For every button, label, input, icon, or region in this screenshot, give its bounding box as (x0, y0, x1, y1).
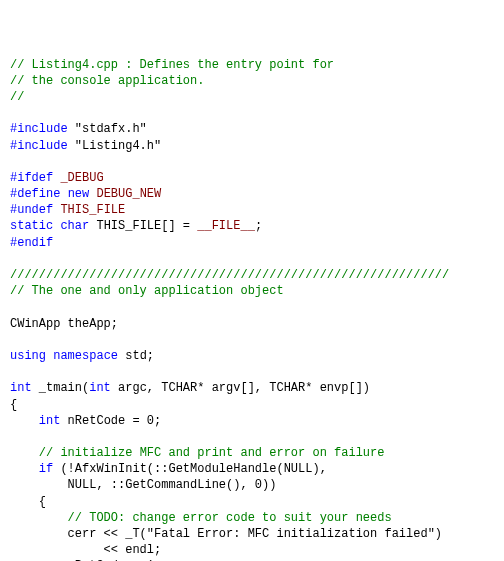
code-token: std; (118, 349, 154, 363)
code-token: char (60, 219, 89, 233)
code-token: DEBUG_NEW (96, 187, 161, 201)
code-line: // Listing4.cpp : Defines the entry poin… (10, 57, 494, 73)
code-line: int nRetCode = 0; (10, 413, 494, 429)
code-token: CWinApp theApp; (10, 317, 118, 331)
code-token: << endl; (10, 543, 161, 557)
code-line (10, 299, 494, 315)
code-line: NULL, ::GetCommandLine(), 0)) (10, 477, 494, 493)
code-line (10, 429, 494, 445)
code-line: int _tmain(int argc, TCHAR* argv[], TCHA… (10, 380, 494, 396)
code-token: #include (10, 139, 68, 153)
code-token: #define (10, 187, 60, 201)
code-token: using (10, 349, 46, 363)
code-token: _DEBUG (60, 171, 103, 185)
code-line: static char THIS_FILE[] = __FILE__; (10, 218, 494, 234)
code-line (10, 251, 494, 267)
code-token: // Listing4.cpp : Defines the entry poin… (10, 58, 334, 72)
code-token: namespace (53, 349, 118, 363)
code-token (60, 187, 67, 201)
code-token: int (10, 381, 32, 395)
code-token: (!AfxWinInit(::GetModuleHandle(NULL), (53, 462, 327, 476)
code-token: ; (255, 219, 262, 233)
code-token: nRetCode = 0; (60, 414, 161, 428)
code-token: #ifdef (10, 171, 53, 185)
code-token: THIS_FILE[] = (89, 219, 197, 233)
code-token: argc, TCHAR* argv[], TCHAR* envp[]) (111, 381, 370, 395)
code-line (10, 154, 494, 170)
code-line: ////////////////////////////////////////… (10, 267, 494, 283)
code-line: #include "stdafx.h" (10, 121, 494, 137)
code-token (10, 462, 39, 476)
code-line: if (!AfxWinInit(::GetModuleHandle(NULL), (10, 461, 494, 477)
code-token: { (10, 495, 46, 509)
code-line: { (10, 494, 494, 510)
code-line: #define new DEBUG_NEW (10, 186, 494, 202)
code-token: __FILE__ (197, 219, 255, 233)
code-token: ////////////////////////////////////////… (10, 268, 449, 282)
code-line: // the console application. (10, 73, 494, 89)
code-token: // TODO: change error code to suit your … (68, 511, 392, 525)
code-token: _tmain( (32, 381, 90, 395)
code-line: // TODO: change error code to suit your … (10, 510, 494, 526)
code-token: #include (10, 122, 68, 136)
code-line: #include "Listing4.h" (10, 138, 494, 154)
code-line: { (10, 397, 494, 413)
code-token: // (10, 90, 24, 104)
code-token (10, 511, 68, 525)
code-token: int (39, 414, 61, 428)
code-token (10, 414, 39, 428)
code-line: using namespace std; (10, 348, 494, 364)
code-token: { (10, 398, 17, 412)
code-token: // initialize MFC and print and error on… (39, 446, 385, 460)
code-token: "stdafx.h" (68, 122, 147, 136)
code-token: cerr << _T("Fatal Error: MFC initializat… (10, 527, 442, 541)
code-token: "Listing4.h" (68, 139, 162, 153)
code-token: #undef (10, 203, 53, 217)
code-line (10, 364, 494, 380)
code-line: // initialize MFC and print and error on… (10, 445, 494, 461)
code-line: #undef THIS_FILE (10, 202, 494, 218)
code-line: // (10, 89, 494, 105)
code-token: static (10, 219, 53, 233)
code-line: #endif (10, 235, 494, 251)
code-line (10, 332, 494, 348)
code-token: new (68, 187, 90, 201)
code-token: #endif (10, 236, 53, 250)
code-line: cerr << _T("Fatal Error: MFC initializat… (10, 526, 494, 542)
code-line: CWinApp theApp; (10, 316, 494, 332)
code-token: int (89, 381, 111, 395)
code-token (10, 446, 39, 460)
code-line (10, 105, 494, 121)
code-token: NULL, ::GetCommandLine(), 0)) (10, 478, 276, 492)
code-token: // The one and only application object (10, 284, 284, 298)
code-listing: // Listing4.cpp : Defines the entry poin… (10, 57, 494, 561)
code-token: THIS_FILE (60, 203, 125, 217)
code-line: << endl; (10, 542, 494, 558)
code-line: #ifdef _DEBUG (10, 170, 494, 186)
code-token: // the console application. (10, 74, 204, 88)
code-token: if (39, 462, 53, 476)
code-line: // The one and only application object (10, 283, 494, 299)
